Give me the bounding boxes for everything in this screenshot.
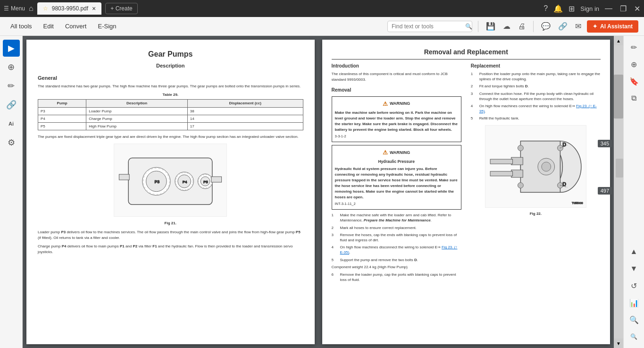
scroll-mini-thumb[interactable] bbox=[616, 159, 623, 178]
warning1-text: Make the machine safe before working on … bbox=[335, 110, 458, 133]
right-edit-icon[interactable]: ✏ bbox=[627, 40, 642, 55]
list-item: 2 Mark all hoses to ensure correct repla… bbox=[332, 225, 461, 230]
close-window-button[interactable]: ✕ bbox=[634, 4, 640, 13]
pdf-tab[interactable]: ☆ 9803-9950.pdf × bbox=[37, 2, 102, 15]
right-bookmark-icon[interactable]: 🔖 bbox=[627, 74, 642, 89]
para4: Charge pump P4 delivers oil flow to main… bbox=[38, 244, 303, 255]
create-button[interactable]: + Create bbox=[105, 3, 137, 14]
maximize-button[interactable]: ❐ bbox=[620, 4, 627, 13]
zoom-in-icon[interactable]: 🔍 bbox=[627, 312, 642, 327]
scroll-up-button[interactable]: ▲ bbox=[614, 36, 623, 45]
toolbar: All tools Edit Convert E-Sign 🔍 💾 ☁ 🖨 💬 … bbox=[0, 17, 644, 36]
refresh-icon[interactable]: ↺ bbox=[627, 278, 642, 293]
print-icon[interactable]: 🖨 bbox=[516, 20, 527, 33]
pump-p3-desc: Loader Pump bbox=[86, 107, 188, 115]
menu-button[interactable]: ☰ Menu bbox=[4, 5, 25, 12]
find-input[interactable] bbox=[392, 23, 462, 30]
pump-p5-disp: 17 bbox=[187, 122, 303, 130]
list-item: 6 Remove the loader pump, cap the ports … bbox=[332, 272, 461, 282]
list-item: 3 Connect the suction hose. Fill the pum… bbox=[471, 91, 601, 102]
left-pdf-page: Gear Pumps Description General The stand… bbox=[26, 40, 315, 344]
removal-column: Introduction The cleanliness of this com… bbox=[332, 62, 461, 284]
minimize-button[interactable]: — bbox=[605, 4, 612, 13]
removal-steps-list-2: 6 Remove the loader pump, cap the ports … bbox=[332, 272, 461, 282]
two-col-layout: Introduction The cleanliness of this com… bbox=[332, 62, 601, 284]
replacement-column: Replacement 1 Position the loader pump o… bbox=[471, 62, 601, 284]
warning-triangle-icon: ⚠ bbox=[383, 100, 388, 108]
removal-steps-list: 1 Make the machine safe with the loader … bbox=[332, 212, 461, 263]
warning-box-2: ⚠ WARNING Hydraulic Pressure Hydraulic f… bbox=[332, 145, 461, 210]
warning2-subtitle: Hydraulic Pressure bbox=[335, 159, 458, 165]
text-tool-icon[interactable]: Ai bbox=[3, 115, 20, 132]
save-icon[interactable]: 💾 bbox=[484, 20, 497, 33]
link-tool-icon[interactable]: 🔗 bbox=[3, 96, 20, 113]
esign-menu[interactable]: E-Sign bbox=[93, 20, 121, 33]
svg-point-18 bbox=[518, 145, 523, 151]
svg-text:D: D bbox=[562, 181, 566, 187]
upload-icon[interactable]: ☁ bbox=[501, 20, 512, 33]
replacement-heading: Replacement bbox=[471, 62, 601, 69]
find-box: 🔍 bbox=[387, 21, 472, 32]
intro-heading: Introduction bbox=[332, 62, 461, 69]
home-button[interactable]: ⌂ bbox=[29, 4, 33, 13]
star-icon[interactable]: ☆ bbox=[43, 5, 48, 12]
right-copy-icon[interactable]: ⧉ bbox=[627, 91, 642, 106]
scroll-up-icon[interactable]: ▲ bbox=[627, 244, 642, 259]
removal-heading: Removal bbox=[332, 86, 461, 93]
table-caption: Table 29. bbox=[38, 92, 303, 97]
general-heading: General bbox=[38, 75, 303, 82]
fig22-illustration: D D T055000 bbox=[485, 125, 586, 208]
list-item: 4 On high flow machines connect the wiri… bbox=[471, 103, 601, 114]
help-icon[interactable]: ? bbox=[544, 4, 548, 13]
edit-menu[interactable]: Edit bbox=[39, 20, 59, 33]
scroll-thumb[interactable] bbox=[614, 75, 623, 119]
divider-1 bbox=[478, 21, 478, 32]
svg-rect-10 bbox=[119, 174, 130, 180]
zoom-tool-icon[interactable]: ⊕ bbox=[3, 59, 20, 76]
pump-p4-disp: 14 bbox=[187, 115, 303, 122]
zoom-out-icon[interactable]: 🔍 bbox=[627, 329, 642, 344]
toolbar-left: All tools Edit Convert E-Sign bbox=[6, 20, 387, 33]
settings-tool-icon[interactable]: ⚙ bbox=[3, 134, 20, 151]
vertical-scrollbar[interactable]: ▲ 345 497 ▼ bbox=[614, 36, 623, 348]
speech-icon[interactable]: 💬 bbox=[539, 20, 552, 33]
pump-p4: P4 bbox=[38, 115, 86, 122]
apps-icon[interactable]: ⊞ bbox=[569, 4, 575, 13]
fig21-container: P3 P4 P5 Fig 21. bbox=[38, 144, 303, 226]
list-item: 3 Remove the hoses, cap the ends with bl… bbox=[332, 232, 461, 243]
svg-point-20 bbox=[518, 182, 523, 188]
fig23-link-2[interactable]: Fig 23. (↑ E-35) bbox=[479, 104, 597, 113]
right-page-content: Removal and Replacement Introduction The… bbox=[322, 40, 611, 344]
svg-text:P5: P5 bbox=[203, 180, 208, 184]
ai-assistant-button[interactable]: ✦ AI Assistant bbox=[587, 20, 638, 33]
list-item: 1 Make the machine safe with the loader … bbox=[332, 212, 461, 223]
tab-close-button[interactable]: × bbox=[92, 5, 96, 12]
all-tools-menu[interactable]: All tools bbox=[6, 20, 37, 33]
svg-rect-22 bbox=[511, 157, 523, 165]
scroll-down-icon[interactable]: ▼ bbox=[627, 261, 642, 276]
sign-in-button[interactable]: Sign in bbox=[580, 5, 599, 12]
warning2-title: ⚠ WARNING bbox=[335, 148, 458, 157]
scroll-down-button[interactable]: ▼ bbox=[614, 339, 623, 348]
list-item: 5 Support the pump and remove the two bo… bbox=[332, 257, 461, 263]
left-page-content: Gear Pumps Description General The stand… bbox=[26, 40, 315, 344]
annotate-tool-icon[interactable]: ✏ bbox=[3, 77, 20, 94]
table-row: P3 Loader Pump 38 bbox=[38, 107, 303, 115]
fig23-link[interactable]: Fig 23. (↑ E-35) bbox=[340, 245, 458, 255]
title-bar-right: ? 🔔 ⊞ Sign in — ❐ ✕ bbox=[544, 4, 640, 13]
notifications-icon[interactable]: 🔔 bbox=[553, 4, 563, 13]
select-tool-icon[interactable]: ▶ bbox=[3, 40, 20, 57]
svg-rect-23 bbox=[511, 170, 523, 177]
window-controls: — ❐ ✕ bbox=[605, 4, 640, 13]
fig21-caption: Fig 21. bbox=[38, 221, 303, 226]
right-sidebar: ✏ ⊕ 🔖 ⧉ ▲ ▼ ↺ 📊 🔍 🔍 bbox=[623, 36, 644, 348]
list-item: 2 Fit and torque tighten bolts D. bbox=[471, 84, 601, 89]
search-icon[interactable]: 🔍 bbox=[465, 23, 472, 30]
scroll-track[interactable] bbox=[614, 45, 623, 339]
email-icon[interactable]: ✉ bbox=[573, 20, 583, 33]
analytics-icon[interactable]: 📊 bbox=[627, 295, 642, 310]
link-icon[interactable]: 🔗 bbox=[556, 20, 569, 33]
left-page-title: Gear Pumps bbox=[38, 49, 303, 59]
convert-menu[interactable]: Convert bbox=[60, 20, 92, 33]
right-zoom-icon[interactable]: ⊕ bbox=[627, 57, 642, 72]
